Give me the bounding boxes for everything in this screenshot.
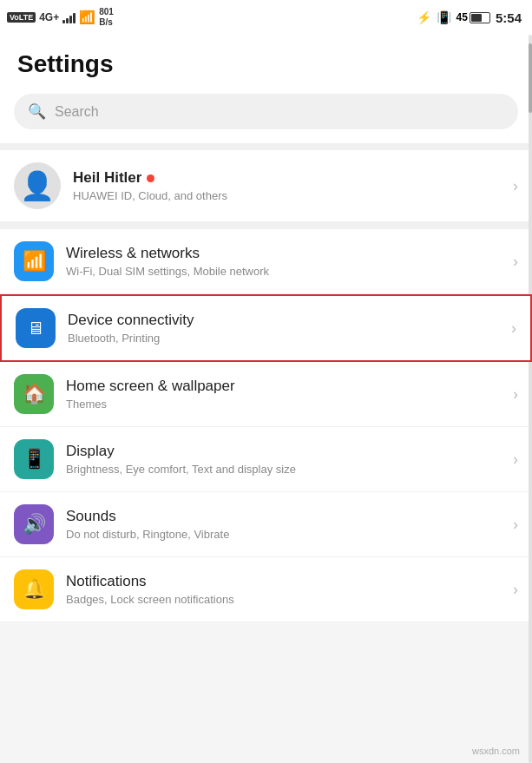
chevron-right-icon: ›: [511, 319, 516, 338]
bluetooth-icon: ⚡: [417, 10, 431, 24]
sounds-icon-wrap: 🔊: [14, 504, 54, 544]
device-connectivity-icon: 🖥: [27, 319, 44, 339]
sounds-subtitle: Do not disturb, Ringtone, Vibrate: [66, 528, 506, 541]
profile-text: Heil Hitler HUAWEI ID, Cloud, and others: [73, 169, 506, 202]
wireless-icon-wrap: 📶: [14, 241, 54, 281]
status-bar-right: ⚡ 📳 45 5:54: [417, 10, 522, 25]
wireless-title: Wireless & networks: [66, 245, 506, 262]
chevron-right-icon: ›: [513, 516, 518, 534]
search-bar[interactable]: 🔍 Search: [14, 94, 518, 129]
display-subtitle: Brightness, Eye comfort, Text and displa…: [66, 463, 506, 476]
watermark: wsxdn.com: [472, 746, 520, 756]
home-screen-icon-wrap: 🏠: [14, 374, 54, 414]
profile-subtitle: HUAWEI ID, Cloud, and others: [73, 189, 506, 202]
notifications-icon-wrap: 🔔: [14, 569, 54, 609]
search-icon: 🔍: [28, 102, 46, 121]
battery-percent: 45: [456, 11, 468, 23]
wireless-subtitle: Wi-Fi, Dual SIM settings, Mobile network: [66, 265, 506, 278]
display-text: Display Brightness, Eye comfort, Text an…: [66, 443, 506, 476]
battery-box: [470, 12, 490, 23]
display-icon: 📱: [23, 448, 46, 470]
section-divider-2: [0, 222, 532, 229]
wireless-text: Wireless & networks Wi-Fi, Dual SIM sett…: [66, 245, 506, 278]
chevron-right-icon: ›: [513, 451, 518, 469]
notifications-title: Notifications: [66, 573, 506, 590]
avatar: 👤: [14, 162, 61, 209]
settings-item-notifications[interactable]: 🔔 Notifications Badges, Lock screen noti…: [0, 557, 532, 622]
sounds-text: Sounds Do not disturb, Ringtone, Vibrate: [66, 508, 506, 541]
device-connectivity-subtitle: Bluetooth, Printing: [68, 332, 504, 345]
notifications-text: Notifications Badges, Lock screen notifi…: [66, 573, 506, 606]
wifi-icon: 📶: [79, 10, 95, 25]
page-title: Settings: [17, 50, 515, 78]
sounds-icon: 🔊: [23, 513, 46, 536]
notifications-icon: 🔔: [23, 578, 46, 601]
chevron-right-icon: ›: [513, 177, 518, 195]
settings-item-home-screen[interactable]: 🏠 Home screen & wallpaper Themes ›: [0, 362, 532, 427]
settings-item-wireless[interactable]: 📶 Wireless & networks Wi-Fi, Dual SIM se…: [0, 229, 532, 294]
scroll-thumb[interactable]: [529, 43, 532, 113]
scroll-track: [529, 35, 532, 763]
sounds-title: Sounds: [66, 508, 506, 525]
avatar-icon: 👤: [20, 169, 55, 202]
section-divider: [0, 143, 532, 150]
display-icon-wrap: 📱: [14, 439, 54, 479]
network-type: 4G+: [39, 11, 59, 23]
profile-item[interactable]: 👤 Heil Hitler HUAWEI ID, Cloud, and othe…: [0, 150, 532, 222]
chevron-right-icon: ›: [513, 385, 518, 404]
device-connectivity-title: Device connectivity: [68, 312, 504, 329]
signal-bars-icon: [62, 11, 76, 23]
status-bar: VoLTE 4G+ 📶 801 B/s ⚡ 📳 45 5:54: [0, 0, 532, 35]
settings-list: 👤 Heil Hitler HUAWEI ID, Cloud, and othe…: [0, 150, 532, 622]
battery-indicator: 45: [456, 11, 490, 23]
display-title: Display: [66, 443, 506, 460]
search-input[interactable]: Search: [55, 104, 99, 120]
settings-item-device-connectivity[interactable]: 🖥 Device connectivity Bluetooth, Printin…: [0, 294, 532, 362]
home-screen-text: Home screen & wallpaper Themes: [66, 378, 506, 411]
vibrate-icon: 📳: [437, 10, 451, 24]
network-speed: 801 B/s: [99, 7, 114, 28]
online-dot: [147, 174, 154, 182]
battery-fill: [471, 14, 482, 22]
home-screen-icon: 🏠: [23, 383, 46, 405]
device-connectivity-icon-wrap: 🖥: [16, 308, 56, 348]
chevron-right-icon: ›: [513, 581, 518, 599]
volte-indicator: VoLTE: [7, 12, 36, 23]
wifi-settings-icon: 📶: [23, 250, 46, 273]
device-connectivity-text: Device connectivity Bluetooth, Printing: [68, 312, 504, 345]
notifications-subtitle: Badges, Lock screen notifications: [66, 593, 506, 606]
settings-item-display[interactable]: 📱 Display Brightness, Eye comfort, Text …: [0, 427, 532, 492]
home-screen-title: Home screen & wallpaper: [66, 378, 506, 395]
search-container[interactable]: 🔍 Search: [0, 94, 532, 143]
page-title-area: Settings: [0, 35, 532, 94]
status-bar-left: VoLTE 4G+ 📶 801 B/s: [7, 7, 114, 28]
settings-item-sounds[interactable]: 🔊 Sounds Do not disturb, Ringtone, Vibra…: [0, 492, 532, 557]
chevron-right-icon: ›: [513, 253, 518, 271]
time-display: 5:54: [496, 10, 522, 25]
profile-name: Heil Hitler: [73, 169, 506, 187]
home-screen-subtitle: Themes: [66, 398, 506, 411]
